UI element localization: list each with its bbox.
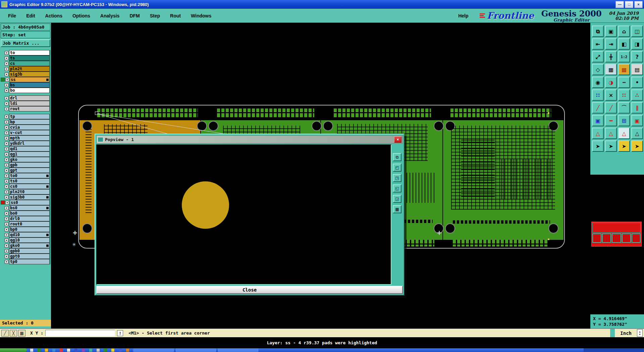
layer-name-to[interactable]: to [9, 50, 50, 55]
minimize-button[interactable]: — [615, 1, 624, 8]
taskbar-icon-10[interactable] [97, 349, 100, 352]
layer-checkbox-mpth[interactable] [5, 136, 8, 140]
layer-checkbox-to0[interactable] [5, 174, 8, 178]
popview-tool-pan-br[interactable]: ◲ [393, 195, 401, 203]
layer-name-sig3b[interactable]: sig3b [9, 72, 50, 77]
tool-cursor-1[interactable]: ➤ [592, 140, 604, 152]
layer-checkbox-qg10[interactable] [5, 238, 8, 242]
tool-query[interactable]: ? [631, 51, 643, 62]
layer-checkbox-pln2t[interactable] [5, 67, 8, 71]
menu-item-file[interactable]: File [4, 12, 20, 20]
tool-minus-red[interactable]: ━ [605, 115, 617, 126]
maximize-button[interactable]: □ [625, 1, 633, 8]
tool-zoom-fit[interactable]: ⤢ [592, 51, 604, 62]
layer-name-ss[interactable]: ss [10, 77, 50, 82]
layer-checkbox-pln2t0[interactable] [5, 190, 8, 194]
layer-checkbox-rout0[interactable] [5, 222, 8, 226]
layer-name-ydkdrl[interactable]: ydkdrl [9, 141, 50, 146]
layer-name-bo[interactable]: bo [9, 88, 50, 93]
taskbar-icon-1[interactable] [30, 349, 33, 352]
layer-checkbox-drl[interactable] [5, 96, 8, 100]
job-matrix-button[interactable]: Job Matrix ... [1, 39, 50, 47]
minimap-cell-4[interactable] [622, 233, 631, 243]
layer-checkbox-rout[interactable] [5, 107, 8, 111]
layer-name-pln2t[interactable]: pln2t [9, 66, 50, 72]
tool-line-red-2[interactable]: ╱ [605, 102, 617, 114]
tool-tri-light[interactable]: △ [618, 128, 630, 139]
layer-checkbox-cs[interactable] [5, 62, 8, 65]
layer-name-qd10[interactable]: qd10 [9, 232, 50, 237]
overview-minimap[interactable] [591, 222, 642, 247]
layer-checkbox-gko[interactable] [5, 158, 8, 162]
tool-frame-blue[interactable]: ▣ [592, 115, 604, 126]
minimap-cell-2[interactable] [602, 233, 611, 243]
layer-checkbox-gpt0[interactable] [5, 255, 8, 258]
layer-name-sig3b0[interactable]: sig3b0 [9, 194, 50, 200]
tool-cursor-2[interactable]: ➤ [605, 140, 617, 152]
menu-item-help[interactable]: Help [454, 12, 472, 20]
tool-line-red[interactable]: ╱ [592, 102, 604, 114]
tool-pan-west[interactable]: ⇤ [592, 38, 604, 50]
tool-frame-red[interactable]: ▣ [631, 115, 643, 126]
layer-checkbox-bp0[interactable] [5, 228, 8, 231]
taskbar-window-button-3[interactable] [218, 349, 258, 352]
tool-pattern-plus[interactable]: ⊞ [618, 115, 630, 126]
tool-view-right[interactable]: ◨ [631, 38, 643, 50]
layer-checkbox-gpb[interactable] [5, 163, 8, 167]
layer-name-ts0[interactable]: ts0 [9, 178, 50, 184]
taskbar-icon-9[interactable] [89, 349, 92, 352]
layer-name-ldi[interactable]: ldi [9, 101, 50, 106]
tool-pan-east[interactable]: ⇥ [605, 38, 617, 50]
minimap-cell-3[interactable] [612, 233, 621, 243]
layer-checkbox-bo[interactable] [5, 89, 8, 92]
layer-name-to0[interactable]: to0 [9, 173, 50, 178]
layer-checkbox-v-cut[interactable] [5, 131, 8, 135]
layer-name-cvia[interactable]: cvia [9, 125, 50, 130]
layer-checkbox-tp[interactable] [5, 115, 8, 119]
layer-checkbox-cs0[interactable] [5, 185, 8, 188]
popview-close-button[interactable]: Close [96, 286, 403, 294]
layer-checkbox-gko0[interactable] [5, 244, 8, 248]
layer-name-bo0[interactable]: bo0 [9, 211, 50, 216]
layer-name-v-cut[interactable]: v-cut [9, 130, 50, 135]
minimap-cell-5[interactable] [632, 233, 641, 243]
layer-name-gko[interactable]: gko [9, 157, 50, 162]
tool-new-window[interactable]: ⧉ [592, 26, 604, 37]
taskbar-icon-13[interactable] [119, 349, 122, 352]
popview-canvas[interactable] [96, 144, 391, 285]
taskbar-window-button-2[interactable] [176, 349, 216, 352]
layer-name-pln2t0[interactable]: pln2t0 [9, 189, 50, 194]
sketch-icon[interactable]: ╱ [1, 330, 9, 337]
layer-checkbox-cvia[interactable] [5, 126, 8, 129]
taskbar-icon-3[interactable] [45, 349, 48, 352]
taskbar-icon-6[interactable] [67, 349, 70, 352]
tool-arc-tool[interactable]: ⌒ [618, 102, 630, 114]
tool-pad-dot[interactable]: • [631, 77, 643, 88]
layer-name-gpb0[interactable]: gpb0 [9, 248, 50, 254]
tool-highlight-grid[interactable]: ▩ [618, 64, 630, 75]
taskbar-icon-5[interactable] [60, 349, 63, 352]
layer-checkbox-gpt[interactable] [5, 169, 8, 172]
layer-name-ts[interactable]: ts [9, 55, 50, 61]
layer-name-qg10[interactable]: qg10 [9, 237, 50, 243]
layer-checkbox-ts0[interactable] [5, 179, 8, 183]
tool-view-left[interactable]: ◧ [618, 38, 630, 50]
popview-tool-pan-tl[interactable]: ◰ [393, 164, 401, 172]
alert-button[interactable]: ! [117, 330, 123, 336]
layer-checkbox-ss[interactable] [5, 78, 9, 82]
popview-tool-grid[interactable]: ▦ [393, 205, 401, 213]
units-scrollbar[interactable] [637, 329, 643, 337]
tool-tile-windows[interactable]: ◫ [631, 26, 643, 37]
layer-checkbox-sig3b[interactable] [5, 73, 8, 76]
taskbar-window-button-1[interactable] [133, 349, 174, 352]
layer-checkbox-bp[interactable] [5, 120, 8, 124]
menu-item-windows[interactable]: Windows [187, 12, 215, 20]
taskbar-icon-4[interactable] [52, 349, 55, 352]
tool-zoom-home[interactable]: ⌂ [618, 26, 630, 37]
layer-checkbox-to[interactable] [5, 51, 8, 55]
layer-checkbox-qg1[interactable] [5, 152, 8, 156]
layer-name-gko0[interactable]: gko0 [9, 243, 50, 248]
tool-zoom-1-2[interactable]: 1:2 [618, 51, 630, 62]
layer-name-ss0[interactable]: ss0 [10, 200, 50, 205]
tool-layer-stripes[interactable]: ▤ [631, 64, 643, 75]
